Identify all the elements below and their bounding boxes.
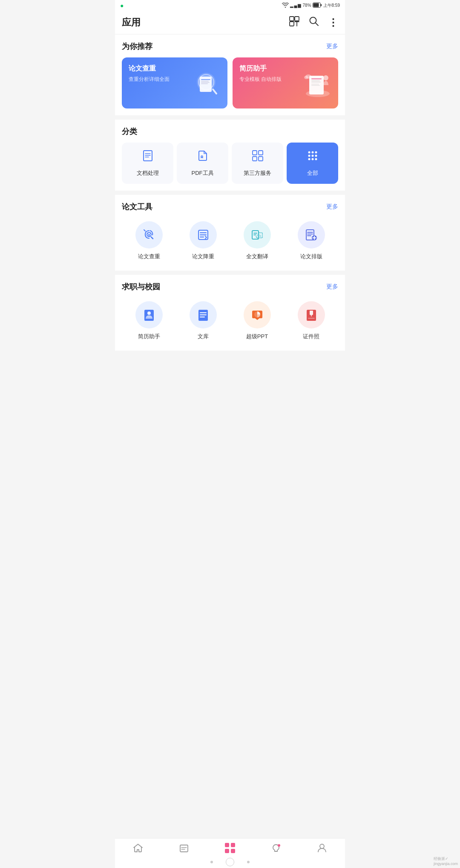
page-title: 应用 <box>122 16 289 29</box>
search-icon[interactable] <box>308 16 319 29</box>
tool-id-photo-label: 证件照 <box>303 333 319 340</box>
svg-point-34 <box>311 151 313 154</box>
translate-icon-wrap: a b <box>244 221 271 248</box>
category-all[interactable]: 全部 <box>287 143 338 184</box>
time: 上午8:59 <box>323 3 340 9</box>
app-header: 应用 ⋮ <box>115 11 345 34</box>
category-third[interactable]: 第三方服务 <box>232 143 283 184</box>
category-pdf[interactable]: PDF工具 <box>177 143 228 184</box>
banner-row: 论文查重 查重分析详细全面 <box>122 57 338 108</box>
tool-ppt[interactable]: 超级PPT <box>230 301 284 340</box>
svg-point-33 <box>308 151 310 154</box>
svg-rect-9 <box>200 77 212 92</box>
svg-point-37 <box>311 155 313 157</box>
svg-point-40 <box>311 158 313 160</box>
essay-check-icon-wrap <box>135 221 163 248</box>
svg-point-6 <box>310 17 316 23</box>
svg-rect-32 <box>259 157 263 161</box>
categories-header: 分类 <box>122 126 338 137</box>
job-campus-row: 简历助手 文库 <box>122 298 338 344</box>
essay-format-icon-wrap <box>298 221 325 248</box>
banner-card-2-icon <box>300 66 334 100</box>
job-campus-section: 求职与校园 更多 简历助手 <box>115 275 345 351</box>
essay-reduce-icon-wrap <box>190 221 217 248</box>
tool-library-label: 文库 <box>198 333 209 340</box>
tool-essay-check[interactable]: 论文查重 <box>122 221 176 260</box>
svg-rect-11 <box>201 81 209 82</box>
svg-rect-5 <box>290 22 294 26</box>
all-icon <box>306 149 319 165</box>
banner-card-1-icon <box>189 66 223 100</box>
svg-rect-17 <box>311 80 320 81</box>
job-campus-title: 求职与校园 <box>122 282 160 292</box>
signal-bars: ▂▄▆ <box>290 3 301 8</box>
recommend-more[interactable]: 更多 <box>326 43 338 50</box>
svg-rect-1 <box>320 4 322 6</box>
cat-label-doc: 文档处理 <box>137 169 159 177</box>
job-campus-more[interactable]: 更多 <box>326 283 338 291</box>
layout-icon[interactable] <box>289 16 300 29</box>
tool-essay-check-label: 论文查重 <box>138 253 160 260</box>
tool-library[interactable]: 文库 <box>176 301 230 340</box>
svg-rect-24 <box>144 151 152 161</box>
svg-rect-29 <box>253 151 257 155</box>
essay-tools-title: 论文工具 <box>122 202 152 212</box>
svg-rect-13 <box>201 83 208 84</box>
tool-ppt-label: 超级PPT <box>246 333 268 340</box>
svg-rect-30 <box>259 151 263 155</box>
tool-resume-label: 简历助手 <box>138 333 160 340</box>
svg-rect-10 <box>201 79 210 80</box>
svg-point-36 <box>308 155 310 157</box>
library-icon-wrap <box>190 301 217 328</box>
essay-tools-more[interactable]: 更多 <box>326 203 338 211</box>
status-icons: ▂▄▆ 78% 上午8:59 <box>282 3 340 9</box>
status-bar: ● ▂▄▆ 78% 上午8:59 <box>115 0 345 11</box>
third-icon <box>251 149 264 165</box>
recommend-section: 为你推荐 更多 论文查重 查重分析详细全面 <box>115 34 345 115</box>
header-icons: ⋮ <box>289 16 338 29</box>
wifi-icon <box>282 3 289 9</box>
svg-point-41 <box>315 158 317 160</box>
tool-essay-format-label: 论文排版 <box>300 253 322 260</box>
essay-tools-section: 论文工具 更多 论文查重 <box>115 195 345 271</box>
cat-label-pdf: PDF工具 <box>192 169 214 177</box>
recommend-title: 为你推荐 <box>122 41 152 51</box>
svg-rect-16 <box>311 78 322 80</box>
essay-tools-header: 论文工具 更多 <box>122 202 338 212</box>
tool-essay-reduce-label: 论文降重 <box>192 253 214 260</box>
tool-essay-reduce[interactable]: 论文降重 <box>176 221 230 260</box>
resume-icon-wrap <box>135 301 163 328</box>
svg-text:a: a <box>257 232 259 237</box>
svg-rect-20 <box>311 85 320 86</box>
category-doc[interactable]: 文档处理 <box>122 143 173 184</box>
doc-icon <box>141 149 154 165</box>
svg-point-35 <box>315 151 317 154</box>
tool-essay-format[interactable]: 论文排版 <box>284 221 338 260</box>
svg-rect-3 <box>290 17 294 21</box>
tool-resume[interactable]: 简历助手 <box>122 301 176 340</box>
cat-label-all: 全部 <box>307 169 318 177</box>
more-icon[interactable]: ⋮ <box>328 17 338 29</box>
battery-text: 78% <box>303 3 311 8</box>
svg-rect-18 <box>311 82 321 83</box>
svg-text:b: b <box>259 234 261 238</box>
pdf-icon <box>196 149 209 165</box>
essay-tools-row: 论文查重 论文降重 <box>122 218 338 264</box>
svg-rect-65 <box>310 311 313 315</box>
svg-point-39 <box>308 158 310 160</box>
tool-translate[interactable]: a b 全文翻译 <box>230 221 284 260</box>
main-content: 为你推荐 更多 论文查重 查重分析详细全面 <box>115 34 345 389</box>
svg-rect-12 <box>201 82 210 83</box>
cat-label-third: 第三方服务 <box>244 169 271 177</box>
id-photo-icon-wrap <box>298 301 325 328</box>
job-campus-header: 求职与校园 更多 <box>122 282 338 292</box>
recommend-header: 为你推荐 更多 <box>122 41 338 51</box>
banner-card-resume[interactable]: 简历助手 专业模板 自动排版 <box>233 57 338 108</box>
tool-translate-label: 全文翻译 <box>246 253 268 260</box>
categories-section: 分类 文档处理 <box>115 120 345 191</box>
svg-rect-4 <box>295 17 299 21</box>
tool-id-photo[interactable]: 证件照 <box>284 301 338 340</box>
category-grid: 文档处理 PDF工具 <box>122 143 338 184</box>
banner-card-essay[interactable]: 论文查重 查重分析详细全面 <box>122 57 227 108</box>
categories-title: 分类 <box>122 126 137 137</box>
